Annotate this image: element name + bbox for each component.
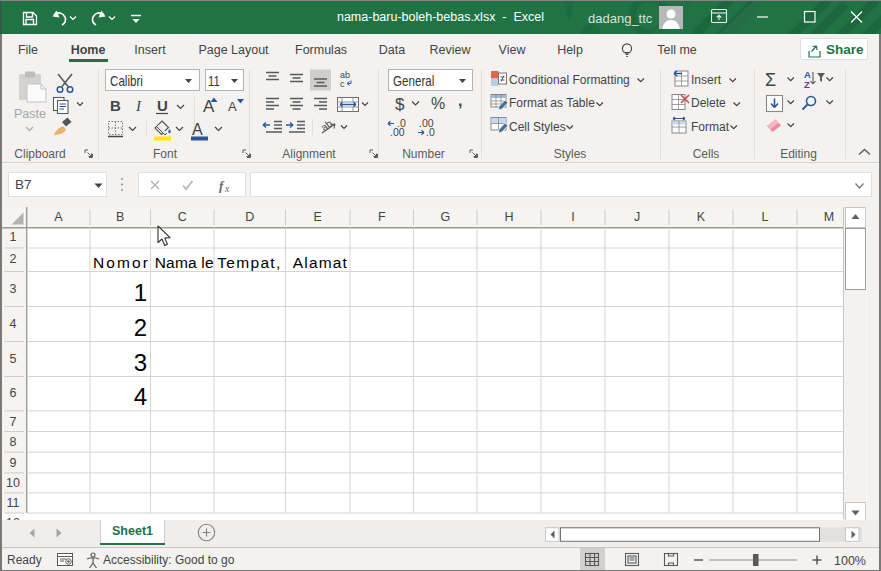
svg-text:c: c: [340, 79, 345, 89]
svg-text:A: A: [192, 121, 203, 138]
svg-text:A: A: [228, 99, 237, 114]
svg-text:.00: .00: [390, 126, 405, 138]
svg-text:,: ,: [458, 93, 462, 109]
svg-text:x: x: [224, 184, 230, 194]
svg-text:Z: Z: [804, 79, 810, 90]
svg-text:U: U: [157, 97, 168, 114]
svg-text:B: B: [110, 97, 121, 114]
svg-text:Paste: Paste: [14, 107, 46, 121]
svg-text:Σ: Σ: [765, 70, 776, 90]
svg-text:100%: 100%: [834, 553, 866, 567]
svg-text:.0: .0: [426, 126, 435, 138]
svg-text:$: $: [395, 95, 405, 114]
svg-text:%: %: [431, 95, 445, 112]
svg-text:I: I: [135, 98, 142, 114]
